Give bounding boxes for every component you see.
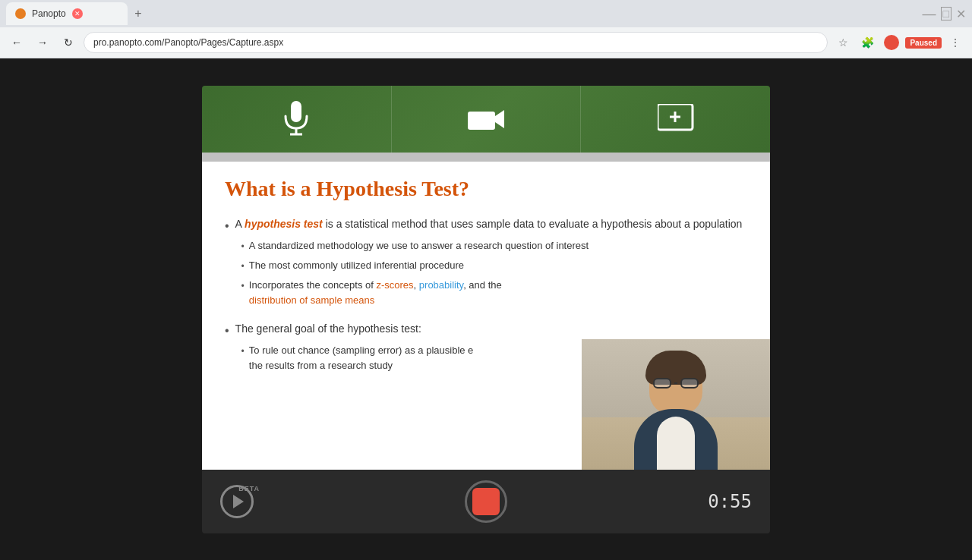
- head-shape: [649, 354, 702, 415]
- panopto-content: What is a Hypothesis Test? • A hypothesi…: [202, 153, 770, 470]
- panopto-bottom: BETA 0:55: [202, 470, 770, 533]
- sub-bullet-text-1: A standardized methodology we use to ans…: [249, 238, 589, 253]
- back-button[interactable]: ←: [6, 32, 27, 53]
- mic-section[interactable]: [202, 86, 392, 153]
- person-head: [649, 354, 702, 415]
- sub-bullet-dot-4: •: [241, 344, 245, 358]
- screen-section[interactable]: [581, 86, 770, 153]
- panopto-logo: BETA: [220, 485, 254, 518]
- address-bar[interactable]: [84, 32, 828, 53]
- profile-button[interactable]: [881, 32, 902, 53]
- record-inner: [472, 488, 500, 515]
- camera-section[interactable]: [392, 86, 582, 153]
- panopto-toolbar: [202, 86, 770, 153]
- menu-button[interactable]: ⋮: [945, 32, 966, 53]
- bullet-text-1: A hypothesis test is a statistical metho…: [235, 216, 747, 312]
- slide-header: [202, 153, 770, 162]
- camera-button[interactable]: [468, 105, 504, 133]
- beta-label: BETA: [238, 485, 260, 492]
- minimize-button[interactable]: —: [923, 6, 936, 22]
- record-button[interactable]: [465, 480, 507, 523]
- toolbar-icons: ☆ 🧩 Paused ⋮: [832, 32, 966, 53]
- sub-bullet-dot-2: •: [241, 260, 245, 273]
- browser-titlebar: Panopto ✕ + — □ ✕: [0, 0, 972, 27]
- new-tab-button[interactable]: +: [128, 3, 149, 24]
- forward-button[interactable]: →: [32, 32, 53, 53]
- bullet-dot-2: •: [225, 322, 229, 340]
- sub-bullet-text-2: The most commonly utilized inferential p…: [249, 258, 464, 273]
- camera-person: [582, 339, 770, 470]
- svg-marker-4: [495, 110, 504, 128]
- sub-bullet-3: • Incorporates the concepts of z-scores,…: [241, 278, 747, 307]
- shirt-inner: [657, 417, 695, 470]
- body-shape: [634, 409, 718, 470]
- logo-shape: BETA: [220, 485, 254, 518]
- sub-bullet-1: • A standardized methodology we use to a…: [241, 238, 747, 253]
- mic-icon: [282, 101, 310, 137]
- bullet1-prefix: A: [235, 218, 245, 230]
- slide-title: What is a Hypothesis Test?: [225, 177, 747, 201]
- bullet1-highlight: hypothesis test: [245, 218, 323, 230]
- glasses: [653, 377, 699, 389]
- svg-rect-3: [468, 112, 495, 130]
- glass-bridge: [674, 382, 677, 384]
- close-button[interactable]: ✕: [956, 7, 966, 21]
- bookmark-button[interactable]: ☆: [832, 32, 854, 53]
- browser-chrome: Panopto ✕ + — □ ✕ ← → ↻ ☆ 🧩 Paused ⋮: [0, 0, 972, 58]
- timer: 0:55: [708, 491, 752, 512]
- tab-title: Panopto: [32, 8, 66, 19]
- sub-bullets-1: • A standardized methodology we use to a…: [241, 238, 747, 307]
- screen-icon: [658, 104, 694, 134]
- sub-bullet-dot-3: •: [241, 279, 245, 293]
- sub-bullet-dot-1: •: [241, 240, 245, 253]
- sub-bullet-text-3: Incorporates the concepts of z-scores, p…: [249, 278, 502, 307]
- bullet1-suffix: is a statistical method that uses sample…: [323, 218, 743, 230]
- browser-tab[interactable]: Panopto ✕: [6, 2, 128, 25]
- bullet-dot-1: •: [225, 217, 229, 235]
- sub-bullet-2: • The most commonly utilized inferential…: [241, 258, 747, 273]
- paused-badge: Paused: [905, 37, 942, 49]
- camera-overlay: [582, 339, 770, 470]
- window-controls: — □ ✕: [923, 6, 966, 22]
- glass-right: [680, 378, 699, 389]
- refresh-button[interactable]: ↻: [58, 32, 79, 53]
- screen-button[interactable]: [658, 104, 694, 134]
- svg-rect-0: [291, 101, 301, 122]
- app-container: What is a Hypothesis Test? • A hypothesi…: [0, 58, 972, 560]
- glass-left: [653, 378, 671, 389]
- tab-close-button[interactable]: ✕: [72, 8, 83, 19]
- mic-button[interactable]: [282, 101, 310, 137]
- extensions-button[interactable]: 🧩: [857, 32, 878, 53]
- panopto-window: What is a Hypothesis Test? • A hypothesi…: [202, 86, 770, 533]
- camera-icon: [468, 105, 504, 133]
- bullet2-text: The general goal of the hypothesis test:: [235, 322, 421, 335]
- sub-bullet-text-4: To rule out chance (sampling error) as a…: [249, 343, 474, 373]
- bullet-1: • A hypothesis test is a statistical met…: [225, 216, 747, 312]
- maximize-button[interactable]: □: [941, 7, 951, 20]
- tab-favicon: [15, 8, 26, 19]
- browser-toolbar: ← → ↻ ☆ 🧩 Paused ⋮: [0, 27, 972, 58]
- logo-play-icon: [233, 495, 244, 508]
